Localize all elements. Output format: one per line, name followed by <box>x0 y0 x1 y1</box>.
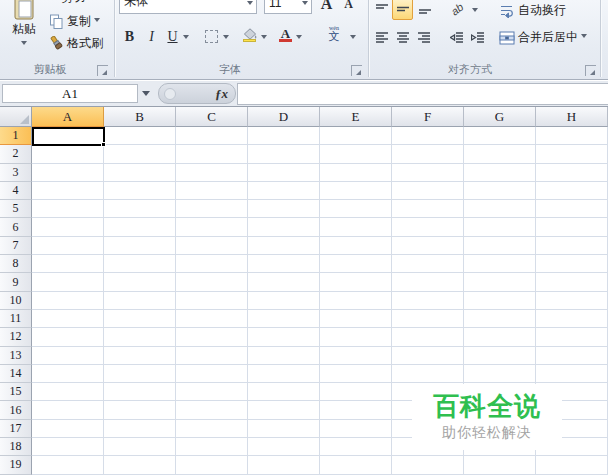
column-header-D[interactable]: D <box>248 107 320 127</box>
cell-F5[interactable] <box>392 200 464 218</box>
cell-B19[interactable] <box>104 456 176 474</box>
copy-button[interactable]: 复制 <box>49 13 100 30</box>
cell-D2[interactable] <box>248 145 320 163</box>
cell-A8[interactable] <box>32 255 104 273</box>
cell-C14[interactable] <box>176 365 248 383</box>
cell-H11[interactable] <box>536 310 608 328</box>
cell-A6[interactable] <box>32 218 104 236</box>
row-header-7[interactable]: 7 <box>0 237 32 255</box>
cell-A17[interactable] <box>32 420 104 438</box>
row-header-5[interactable]: 5 <box>0 200 32 218</box>
cell-G7[interactable] <box>464 237 536 255</box>
row-header-9[interactable]: 9 <box>0 273 32 291</box>
bold-button[interactable]: B <box>120 26 139 47</box>
cell-A15[interactable] <box>32 383 104 401</box>
row-header-11[interactable]: 11 <box>0 310 32 328</box>
cell-C17[interactable] <box>176 420 248 438</box>
font-name-dropdown-arrow-icon[interactable] <box>247 1 253 8</box>
cell-F12[interactable] <box>392 328 464 346</box>
cell-E4[interactable] <box>320 182 392 200</box>
cell-E15[interactable] <box>320 383 392 401</box>
cell-B16[interactable] <box>104 401 176 419</box>
cell-E14[interactable] <box>320 365 392 383</box>
cut-button[interactable]: ✂ 剪切 <box>49 0 85 6</box>
cell-D17[interactable] <box>248 420 320 438</box>
cell-B10[interactable] <box>104 292 176 310</box>
cell-F7[interactable] <box>392 237 464 255</box>
cell-C1[interactable] <box>176 127 248 145</box>
merge-center-dropdown-arrow-icon[interactable] <box>581 34 587 41</box>
cell-B9[interactable] <box>104 273 176 291</box>
grow-font-button[interactable]: A <box>317 0 336 14</box>
cell-E13[interactable] <box>320 347 392 365</box>
formula-input[interactable] <box>237 83 608 105</box>
row-header-1[interactable]: 1 <box>0 127 32 145</box>
row-header-6[interactable]: 6 <box>0 218 32 236</box>
cell-A4[interactable] <box>32 182 104 200</box>
cell-G4[interactable] <box>464 182 536 200</box>
align-right-button[interactable] <box>413 26 434 48</box>
column-header-B[interactable]: B <box>104 107 176 127</box>
cell-C16[interactable] <box>176 401 248 419</box>
cell-A14[interactable] <box>32 365 104 383</box>
cell-B6[interactable] <box>104 218 176 236</box>
cell-G3[interactable] <box>464 164 536 182</box>
cell-G11[interactable] <box>464 310 536 328</box>
cell-G6[interactable] <box>464 218 536 236</box>
cell-C12[interactable] <box>176 328 248 346</box>
column-header-H[interactable]: H <box>536 107 608 127</box>
cell-C13[interactable] <box>176 347 248 365</box>
align-top-button[interactable] <box>371 0 392 20</box>
font-color-dropdown-arrow-icon[interactable] <box>296 35 302 42</box>
cell-A5[interactable] <box>32 200 104 218</box>
align-left-button[interactable] <box>371 26 392 48</box>
cell-B13[interactable] <box>104 347 176 365</box>
cell-C10[interactable] <box>176 292 248 310</box>
cell-B3[interactable] <box>104 164 176 182</box>
clipboard-dialog-launcher[interactable] <box>97 65 108 76</box>
wrap-text-button[interactable]: 自动换行 <box>499 2 566 19</box>
cell-B15[interactable] <box>104 383 176 401</box>
cell-C18[interactable] <box>176 438 248 456</box>
active-cell-outline[interactable] <box>32 127 105 146</box>
cell-H8[interactable] <box>536 255 608 273</box>
cell-D4[interactable] <box>248 182 320 200</box>
cell-F4[interactable] <box>392 182 464 200</box>
cell-F10[interactable] <box>392 292 464 310</box>
cell-A9[interactable] <box>32 273 104 291</box>
row-header-16[interactable]: 16 <box>0 401 32 419</box>
format-painter-button[interactable]: 格式刷 <box>49 35 103 52</box>
cell-E17[interactable] <box>320 420 392 438</box>
font-name-combobox[interactable]: 宋体 <box>119 0 257 14</box>
cell-B4[interactable] <box>104 182 176 200</box>
cell-A10[interactable] <box>32 292 104 310</box>
cell-G9[interactable] <box>464 273 536 291</box>
cell-H12[interactable] <box>536 328 608 346</box>
cell-G13[interactable] <box>464 347 536 365</box>
cell-C6[interactable] <box>176 218 248 236</box>
font-size-dropdown-arrow-icon[interactable] <box>302 1 308 8</box>
column-header-E[interactable]: E <box>320 107 392 127</box>
column-header-G[interactable]: G <box>464 107 536 127</box>
row-header-15[interactable]: 15 <box>0 383 32 401</box>
cell-A11[interactable] <box>32 310 104 328</box>
cell-H19[interactable] <box>536 456 608 474</box>
font-size-combobox[interactable]: 11 <box>264 0 312 14</box>
cell-D5[interactable] <box>248 200 320 218</box>
increase-indent-button[interactable] <box>467 26 488 48</box>
borders-button[interactable] <box>202 26 221 47</box>
merge-center-button[interactable]: 合并后居中 <box>499 29 587 46</box>
cell-G14[interactable] <box>464 365 536 383</box>
cell-F11[interactable] <box>392 310 464 328</box>
name-box-dropdown-arrow-icon[interactable] <box>142 91 150 100</box>
cell-A13[interactable] <box>32 347 104 365</box>
cell-H14[interactable] <box>536 365 608 383</box>
cell-E5[interactable] <box>320 200 392 218</box>
cell-B2[interactable] <box>104 145 176 163</box>
fill-color-dropdown-arrow-icon[interactable] <box>261 35 267 42</box>
cell-G5[interactable] <box>464 200 536 218</box>
row-header-14[interactable]: 14 <box>0 365 32 383</box>
alignment-dialog-launcher[interactable] <box>585 65 596 76</box>
cell-E10[interactable] <box>320 292 392 310</box>
cell-C11[interactable] <box>176 310 248 328</box>
